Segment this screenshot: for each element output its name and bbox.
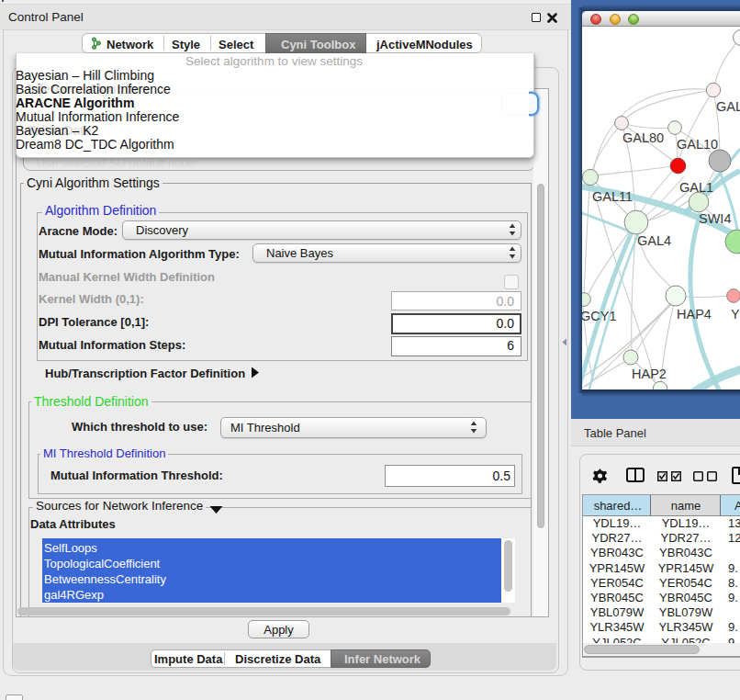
svg-text:GAL1: GAL1	[679, 180, 713, 195]
svg-text:SWI4: SWI4	[699, 211, 731, 226]
svg-text:HAP2: HAP2	[632, 367, 667, 381]
svg-text:GAL10: GAL10	[677, 137, 718, 152]
svg-text:GAL4: GAL4	[637, 233, 671, 248]
svg-text:HAP4: HAP4	[677, 307, 712, 322]
svg-text:GAL11: GAL11	[592, 189, 633, 204]
svg-text:Y: Y	[731, 307, 740, 322]
svg-text:GAL80: GAL80	[622, 130, 664, 145]
svg-text:GAL: GAL	[716, 99, 740, 114]
svg-text:GCY1: GCY1	[582, 309, 617, 323]
